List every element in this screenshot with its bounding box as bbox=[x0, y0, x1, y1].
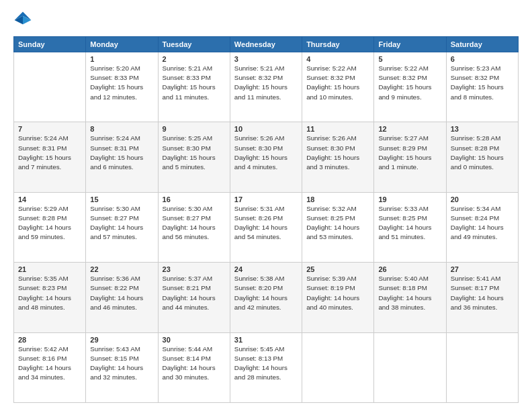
day-number: 7 bbox=[18, 125, 81, 133]
calendar-body: 1Sunrise: 5:20 AMSunset: 8:33 PMDaylight… bbox=[14, 52, 519, 403]
day-number: 5 bbox=[378, 55, 441, 63]
calendar-cell bbox=[446, 332, 518, 402]
cell-content: Sunrise: 5:35 AMSunset: 8:23 PMDaylight:… bbox=[18, 275, 71, 311]
cell-content: Sunrise: 5:30 AMSunset: 8:27 PMDaylight:… bbox=[163, 205, 216, 241]
day-number: 24 bbox=[234, 265, 298, 273]
calendar-cell: 16Sunrise: 5:30 AMSunset: 8:27 PMDayligh… bbox=[158, 192, 230, 262]
day-number: 1 bbox=[90, 55, 153, 63]
calendar-table: SundayMondayTuesdayWednesdayThursdayFrid… bbox=[13, 36, 519, 403]
cell-content: Sunrise: 5:42 AMSunset: 8:16 PMDaylight:… bbox=[18, 345, 71, 381]
day-number: 22 bbox=[90, 265, 153, 273]
week-row-4: 21Sunrise: 5:35 AMSunset: 8:23 PMDayligh… bbox=[14, 263, 519, 332]
calendar-cell: 21Sunrise: 5:35 AMSunset: 8:23 PMDayligh… bbox=[14, 263, 86, 332]
calendar-cell: 10Sunrise: 5:26 AMSunset: 8:30 PMDayligh… bbox=[230, 122, 302, 192]
calendar-cell: 13Sunrise: 5:28 AMSunset: 8:28 PMDayligh… bbox=[446, 122, 518, 192]
header bbox=[13, 11, 519, 30]
calendar-cell: 1Sunrise: 5:20 AMSunset: 8:33 PMDaylight… bbox=[86, 52, 158, 122]
calendar-cell: 14Sunrise: 5:29 AMSunset: 8:28 PMDayligh… bbox=[14, 192, 86, 262]
cell-content: Sunrise: 5:38 AMSunset: 8:20 PMDaylight:… bbox=[234, 275, 287, 311]
cell-content: Sunrise: 5:23 AMSunset: 8:32 PMDaylight:… bbox=[451, 64, 504, 101]
calendar-cell: 4Sunrise: 5:22 AMSunset: 8:32 PMDaylight… bbox=[302, 52, 374, 122]
calendar-cell: 8Sunrise: 5:24 AMSunset: 8:31 PMDaylight… bbox=[86, 122, 158, 192]
day-number: 20 bbox=[451, 195, 514, 203]
calendar-cell: 3Sunrise: 5:21 AMSunset: 8:32 PMDaylight… bbox=[230, 52, 302, 122]
cell-content: Sunrise: 5:28 AMSunset: 8:28 PMDaylight:… bbox=[451, 134, 504, 171]
week-row-2: 7Sunrise: 5:24 AMSunset: 8:31 PMDaylight… bbox=[14, 122, 519, 192]
header-cell-saturday: Saturday bbox=[446, 37, 518, 52]
cell-content: Sunrise: 5:33 AMSunset: 8:25 PMDaylight:… bbox=[378, 205, 431, 241]
cell-content: Sunrise: 5:41 AMSunset: 8:17 PMDaylight:… bbox=[451, 275, 504, 311]
day-number: 30 bbox=[163, 336, 226, 344]
day-number: 15 bbox=[90, 195, 153, 203]
day-number: 2 bbox=[163, 55, 226, 63]
day-number: 21 bbox=[18, 265, 81, 273]
day-number: 27 bbox=[451, 265, 514, 273]
calendar-cell: 22Sunrise: 5:36 AMSunset: 8:22 PMDayligh… bbox=[86, 263, 158, 332]
day-number: 10 bbox=[234, 125, 298, 133]
day-number: 26 bbox=[378, 265, 441, 273]
header-cell-wednesday: Wednesday bbox=[230, 37, 302, 52]
cell-content: Sunrise: 5:26 AMSunset: 8:30 PMDaylight:… bbox=[306, 134, 359, 171]
cell-content: Sunrise: 5:37 AMSunset: 8:21 PMDaylight:… bbox=[163, 275, 216, 311]
logo bbox=[13, 11, 35, 30]
calendar-cell: 17Sunrise: 5:31 AMSunset: 8:26 PMDayligh… bbox=[230, 192, 302, 262]
calendar-cell: 19Sunrise: 5:33 AMSunset: 8:25 PMDayligh… bbox=[374, 192, 446, 262]
calendar-cell: 23Sunrise: 5:37 AMSunset: 8:21 PMDayligh… bbox=[158, 263, 230, 332]
cell-content: Sunrise: 5:21 AMSunset: 8:32 PMDaylight:… bbox=[234, 64, 287, 101]
cell-content: Sunrise: 5:39 AMSunset: 8:19 PMDaylight:… bbox=[306, 275, 359, 311]
header-cell-thursday: Thursday bbox=[302, 37, 374, 52]
day-number: 19 bbox=[378, 195, 441, 203]
day-number: 14 bbox=[18, 195, 81, 203]
day-number: 17 bbox=[234, 195, 298, 203]
cell-content: Sunrise: 5:32 AMSunset: 8:25 PMDaylight:… bbox=[306, 205, 359, 241]
header-row: SundayMondayTuesdayWednesdayThursdayFrid… bbox=[14, 37, 519, 52]
cell-content: Sunrise: 5:43 AMSunset: 8:15 PMDaylight:… bbox=[90, 345, 143, 381]
cell-content: Sunrise: 5:25 AMSunset: 8:30 PMDaylight:… bbox=[163, 134, 216, 171]
day-number: 28 bbox=[18, 336, 81, 344]
cell-content: Sunrise: 5:22 AMSunset: 8:32 PMDaylight:… bbox=[378, 64, 431, 101]
day-number: 13 bbox=[451, 125, 514, 133]
calendar-cell bbox=[374, 332, 446, 402]
header-cell-monday: Monday bbox=[86, 37, 158, 52]
day-number: 18 bbox=[306, 195, 369, 203]
cell-content: Sunrise: 5:26 AMSunset: 8:30 PMDaylight:… bbox=[234, 134, 287, 171]
day-number: 3 bbox=[234, 55, 298, 63]
header-cell-tuesday: Tuesday bbox=[158, 37, 230, 52]
week-row-3: 14Sunrise: 5:29 AMSunset: 8:28 PMDayligh… bbox=[14, 192, 519, 262]
week-row-1: 1Sunrise: 5:20 AMSunset: 8:33 PMDaylight… bbox=[14, 52, 519, 122]
calendar-cell: 9Sunrise: 5:25 AMSunset: 8:30 PMDaylight… bbox=[158, 122, 230, 192]
calendar-cell: 12Sunrise: 5:27 AMSunset: 8:29 PMDayligh… bbox=[374, 122, 446, 192]
header-cell-friday: Friday bbox=[374, 37, 446, 52]
cell-content: Sunrise: 5:27 AMSunset: 8:29 PMDaylight:… bbox=[378, 134, 431, 171]
day-number: 25 bbox=[306, 265, 369, 273]
calendar-cell: 15Sunrise: 5:30 AMSunset: 8:27 PMDayligh… bbox=[86, 192, 158, 262]
calendar-cell: 2Sunrise: 5:21 AMSunset: 8:33 PMDaylight… bbox=[158, 52, 230, 122]
calendar-cell: 5Sunrise: 5:22 AMSunset: 8:32 PMDaylight… bbox=[374, 52, 446, 122]
day-number: 8 bbox=[90, 125, 153, 133]
day-number: 23 bbox=[163, 265, 226, 273]
cell-content: Sunrise: 5:21 AMSunset: 8:33 PMDaylight:… bbox=[163, 64, 216, 101]
calendar-cell: 30Sunrise: 5:44 AMSunset: 8:14 PMDayligh… bbox=[158, 332, 230, 402]
cell-content: Sunrise: 5:30 AMSunset: 8:27 PMDaylight:… bbox=[90, 205, 143, 241]
cell-content: Sunrise: 5:24 AMSunset: 8:31 PMDaylight:… bbox=[90, 134, 143, 171]
day-number: 6 bbox=[451, 55, 514, 63]
calendar-cell: 29Sunrise: 5:43 AMSunset: 8:15 PMDayligh… bbox=[86, 332, 158, 402]
day-number: 9 bbox=[163, 125, 226, 133]
calendar-cell: 26Sunrise: 5:40 AMSunset: 8:18 PMDayligh… bbox=[374, 263, 446, 332]
header-cell-sunday: Sunday bbox=[14, 37, 86, 52]
cell-content: Sunrise: 5:29 AMSunset: 8:28 PMDaylight:… bbox=[18, 205, 71, 241]
cell-content: Sunrise: 5:44 AMSunset: 8:14 PMDaylight:… bbox=[163, 345, 216, 381]
calendar-cell: 24Sunrise: 5:38 AMSunset: 8:20 PMDayligh… bbox=[230, 263, 302, 332]
calendar-header: SundayMondayTuesdayWednesdayThursdayFrid… bbox=[14, 37, 519, 52]
cell-content: Sunrise: 5:34 AMSunset: 8:24 PMDaylight:… bbox=[451, 205, 504, 241]
cell-content: Sunrise: 5:22 AMSunset: 8:32 PMDaylight:… bbox=[306, 64, 359, 101]
calendar-cell: 31Sunrise: 5:45 AMSunset: 8:13 PMDayligh… bbox=[230, 332, 302, 402]
day-number: 31 bbox=[234, 336, 298, 344]
calendar-cell: 11Sunrise: 5:26 AMSunset: 8:30 PMDayligh… bbox=[302, 122, 374, 192]
calendar-cell bbox=[302, 332, 374, 402]
week-row-5: 28Sunrise: 5:42 AMSunset: 8:16 PMDayligh… bbox=[14, 332, 519, 402]
page: SundayMondayTuesdayWednesdayThursdayFrid… bbox=[0, 0, 532, 411]
calendar-cell: 6Sunrise: 5:23 AMSunset: 8:32 PMDaylight… bbox=[446, 52, 518, 122]
calendar-cell: 7Sunrise: 5:24 AMSunset: 8:31 PMDaylight… bbox=[14, 122, 86, 192]
logo-icon bbox=[13, 11, 32, 30]
